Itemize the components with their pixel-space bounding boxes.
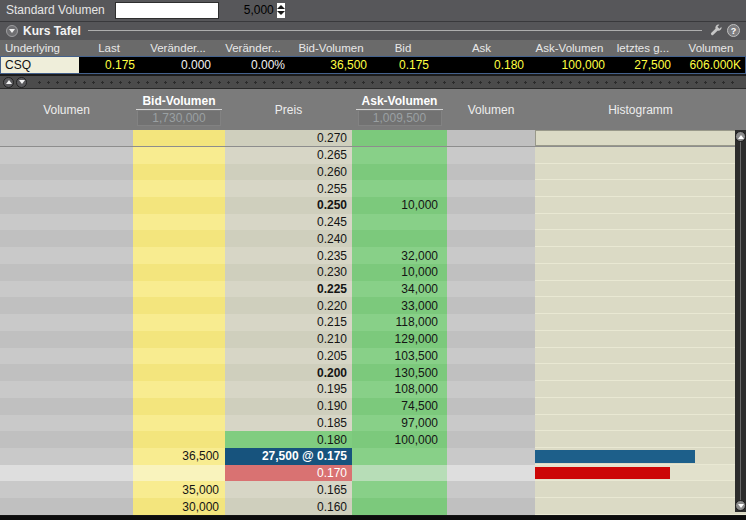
ask-volume-cell[interactable]	[352, 130, 447, 147]
ask-volume-cell[interactable]: 74,500	[352, 398, 447, 415]
price-cell[interactable]: 0.160	[225, 498, 352, 515]
bid-volume-cell[interactable]	[133, 314, 225, 331]
price-cell[interactable]: 0.255	[225, 180, 352, 197]
quote-row-csq[interactable]: CSQ 0.175 0.000 0.00% 36,500 0.175 0.180…	[0, 56, 746, 74]
bid-volume-cell[interactable]	[133, 431, 225, 448]
splitter-up-button[interactable]	[3, 77, 14, 88]
scroll-up-button[interactable]	[735, 131, 746, 142]
standard-volume-input[interactable]	[116, 3, 277, 18]
bid-volume-cell[interactable]	[133, 281, 225, 298]
histogram-cell[interactable]	[535, 214, 746, 231]
collapse-toggle-button[interactable]	[6, 25, 18, 37]
wrench-icon[interactable]	[709, 24, 723, 38]
histogram-cell[interactable]	[535, 348, 746, 365]
ask-volume-cell[interactable]: 108,000	[352, 381, 447, 398]
price-cell[interactable]: 0.200	[225, 364, 352, 381]
price-cell[interactable]: 0.210	[225, 331, 352, 348]
price-cell[interactable]: 0.190	[225, 398, 352, 415]
ask-volume-cell[interactable]	[352, 230, 447, 247]
price-cell[interactable]: 0.180	[225, 431, 352, 448]
bid-volume-cell[interactable]	[133, 180, 225, 197]
histogram-cell[interactable]	[535, 314, 746, 331]
bid-volume-cell[interactable]	[133, 130, 225, 147]
ask-volume-cell[interactable]: 100,000	[352, 431, 447, 448]
ask-volume-cell[interactable]: 10,000	[352, 264, 447, 281]
price-cell[interactable]: 27,500 @ 0.175	[225, 448, 352, 465]
ask-volume-cell[interactable]	[352, 180, 447, 197]
ask-volume-cell[interactable]	[352, 147, 447, 164]
histogram-cell[interactable]	[535, 164, 746, 181]
histogram-cell[interactable]	[535, 230, 746, 247]
splitter-grip-dots[interactable]	[35, 81, 740, 84]
histogram-cell[interactable]	[535, 264, 746, 281]
ask-volume-cell[interactable]: 129,000	[352, 331, 447, 348]
histogram-cell[interactable]	[535, 431, 746, 448]
bid-volume-cell[interactable]	[133, 348, 225, 365]
price-cell[interactable]: 0.220	[225, 297, 352, 314]
histogram-cell[interactable]	[535, 498, 746, 515]
scrollbar-track[interactable]	[740, 142, 741, 500]
ask-volume-cell[interactable]	[352, 481, 447, 498]
histogram-cell[interactable]	[535, 481, 746, 498]
ask-volume-cell[interactable]	[352, 164, 447, 181]
bid-volume-cell[interactable]	[133, 264, 225, 281]
histogram-cell[interactable]	[535, 247, 746, 264]
vertical-scrollbar[interactable]	[735, 130, 746, 512]
price-cell[interactable]: 0.240	[225, 230, 352, 247]
bid-volume-cell[interactable]	[133, 147, 225, 164]
bid-volume-cell[interactable]: 36,500	[133, 448, 225, 465]
histogram-cell[interactable]	[535, 448, 746, 465]
help-icon[interactable]: ?	[727, 24, 740, 37]
price-cell[interactable]: 0.165	[225, 481, 352, 498]
bid-volume-cell[interactable]	[133, 381, 225, 398]
ask-volume-cell[interactable]: 118,000	[352, 314, 447, 331]
histogram-cell[interactable]	[535, 147, 746, 164]
histogram-cell[interactable]	[535, 180, 746, 197]
bid-volume-cell[interactable]: 30,000	[133, 498, 225, 515]
price-cell[interactable]: 0.225	[225, 281, 352, 298]
ask-volume-cell[interactable]	[352, 498, 447, 515]
histogram-cell[interactable]	[535, 281, 746, 298]
ask-volume-cell[interactable]	[352, 214, 447, 231]
bid-volume-cell[interactable]	[133, 331, 225, 348]
spinner-down-icon[interactable]	[277, 11, 285, 15]
ask-volume-cell[interactable]: 130,500	[352, 364, 447, 381]
ask-volume-cell[interactable]: 32,000	[352, 247, 447, 264]
price-cell[interactable]: 0.230	[225, 264, 352, 281]
price-cell[interactable]: 0.245	[225, 214, 352, 231]
price-cell[interactable]: 0.235	[225, 247, 352, 264]
ask-volume-cell[interactable]: 103,500	[352, 348, 447, 365]
histogram-cell[interactable]	[535, 197, 746, 214]
histogram-cell[interactable]	[535, 398, 746, 415]
bid-volume-cell[interactable]	[133, 197, 225, 214]
price-cell[interactable]: 0.265	[225, 147, 352, 164]
ask-volume-cell[interactable]	[352, 448, 447, 465]
price-cell[interactable]: 0.215	[225, 314, 352, 331]
ask-volume-cell[interactable]: 10,000	[352, 197, 447, 214]
price-cell[interactable]: 0.195	[225, 381, 352, 398]
histogram-cell[interactable]	[535, 415, 746, 432]
bid-volume-cell[interactable]	[133, 415, 225, 432]
price-cell[interactable]: 0.270	[225, 130, 352, 147]
price-cell[interactable]: 0.260	[225, 164, 352, 181]
bid-volume-cell[interactable]: 35,000	[133, 481, 225, 498]
ask-volume-cell[interactable]	[352, 465, 447, 482]
volume-spinner[interactable]	[277, 3, 285, 18]
price-cell[interactable]: 0.250	[225, 197, 352, 214]
splitter-down-button[interactable]	[16, 77, 27, 88]
histogram-cell[interactable]	[535, 331, 746, 348]
ask-volume-cell[interactable]: 33,000	[352, 297, 447, 314]
ask-volume-cell[interactable]: 34,000	[352, 281, 447, 298]
histogram-cell[interactable]	[535, 381, 746, 398]
histogram-cell[interactable]	[535, 297, 746, 314]
underlying-cell[interactable]: CSQ	[1, 57, 79, 73]
ask-volume-cell[interactable]: 97,000	[352, 415, 447, 432]
scroll-down-button[interactable]	[735, 500, 746, 511]
price-cell[interactable]: 0.205	[225, 348, 352, 365]
bid-volume-cell[interactable]	[133, 164, 225, 181]
bid-volume-cell[interactable]	[133, 364, 225, 381]
histogram-cell[interactable]	[535, 364, 746, 381]
bid-volume-cell[interactable]	[133, 297, 225, 314]
bid-volume-cell[interactable]	[133, 230, 225, 247]
histogram-cell[interactable]	[535, 465, 746, 482]
